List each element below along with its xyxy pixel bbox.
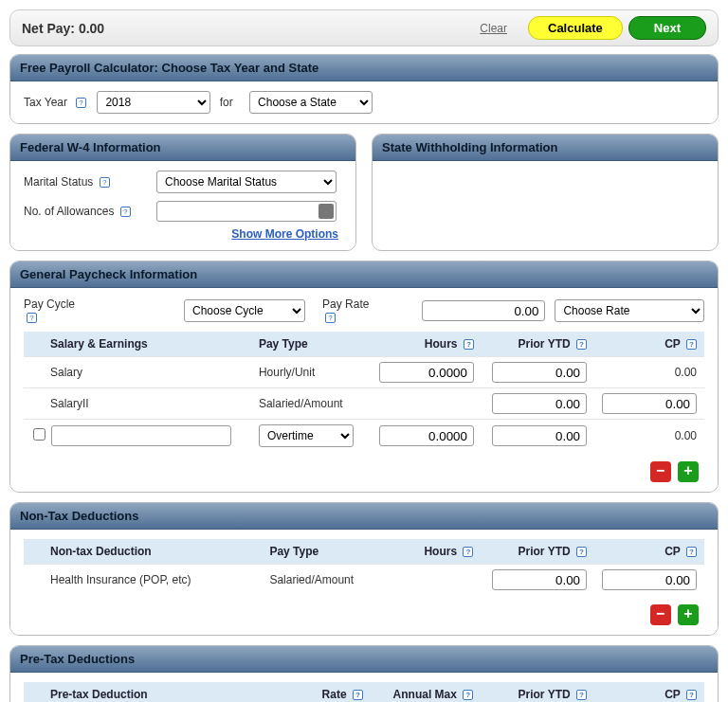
ytd-input[interactable]: [492, 393, 587, 414]
pay-rate-unit-select[interactable]: Choose Rate: [555, 299, 704, 322]
help-icon[interactable]: ?: [686, 690, 697, 700]
top-bar: Net Pay: 0.00 Clear Calculate Next: [9, 9, 719, 46]
col-ytd: Prior YTD ?: [482, 332, 594, 357]
tax-year-label: Tax Year: [24, 96, 67, 109]
next-button[interactable]: Next: [628, 16, 706, 40]
help-icon[interactable]: ?: [464, 339, 474, 350]
help-icon[interactable]: ?: [76, 98, 86, 108]
paycheck-panel: General Paycheck Information Pay Cycle ?…: [9, 261, 719, 493]
state-select[interactable]: Choose a State: [249, 91, 373, 114]
calculate-button[interactable]: Calculate: [528, 16, 623, 40]
nontax-header: Non-Tax Deductions: [10, 503, 718, 530]
pretax-panel: Pre-Tax Deductions Pre-tax Deduction Rat…: [9, 645, 719, 702]
help-icon[interactable]: ?: [463, 547, 473, 557]
ytd-input[interactable]: [492, 425, 587, 446]
tax-year-select[interactable]: 2018: [97, 91, 210, 114]
remove-row-button[interactable]: −: [650, 604, 671, 625]
custom-row-checkbox[interactable]: [33, 428, 46, 441]
help-icon[interactable]: ?: [463, 690, 473, 700]
help-icon[interactable]: ?: [27, 313, 37, 323]
col-hours: Hours ?: [372, 332, 482, 357]
table-row: Salary Hourly/Unit 0.00: [24, 357, 704, 388]
marital-status-select[interactable]: Choose Marital Status: [156, 171, 337, 193]
cp-input[interactable]: [602, 393, 697, 414]
allowances-label: No. of Allowances: [24, 205, 114, 218]
help-icon[interactable]: ?: [576, 547, 587, 557]
help-icon[interactable]: ?: [325, 313, 336, 323]
col-salary: Salary & Earnings: [24, 332, 251, 357]
state-withholding-header: State Withholding Information: [373, 135, 718, 161]
nontax-table: Non-tax Deduction Pay Type Hours ? Prior…: [24, 539, 704, 595]
col-paytype: Pay Type: [251, 332, 372, 357]
tax-year-header: Free Payroll Calculator: Choose Tax Year…: [10, 55, 718, 81]
custom-paytype-select[interactable]: Overtime: [259, 424, 354, 447]
help-icon[interactable]: ?: [576, 339, 587, 350]
nontax-panel: Non-Tax Deductions Non-tax Deduction Pay…: [9, 502, 719, 636]
help-icon[interactable]: ?: [353, 690, 363, 700]
for-label: for: [220, 96, 233, 109]
help-icon[interactable]: ?: [686, 339, 697, 350]
cp-input[interactable]: [602, 569, 697, 590]
remove-row-button[interactable]: −: [650, 461, 671, 482]
allowances-input[interactable]: [156, 201, 337, 222]
table-row: Overtime 0.00: [24, 420, 704, 453]
add-row-button[interactable]: +: [678, 461, 699, 482]
clear-link[interactable]: Clear: [480, 22, 507, 35]
w4-panel: Federal W-4 Information Marital Status ?…: [9, 134, 356, 251]
w4-header: Federal W-4 Information: [10, 135, 355, 161]
net-pay-label: Net Pay: 0.00: [22, 21, 480, 36]
col-cp: CP ?: [594, 332, 704, 357]
pay-cycle-select[interactable]: Choose Cycle: [184, 299, 305, 322]
tax-year-panel: Free Payroll Calculator: Choose Tax Year…: [9, 54, 719, 124]
calculator-icon[interactable]: [318, 204, 334, 219]
pay-rate-label: Pay Rate: [322, 297, 369, 311]
marital-status-label: Marital Status: [24, 175, 93, 189]
ytd-input[interactable]: [492, 362, 587, 383]
state-withholding-panel: State Withholding Information: [372, 134, 719, 251]
help-icon[interactable]: ?: [100, 177, 110, 188]
help-icon[interactable]: ?: [120, 207, 131, 217]
add-row-button[interactable]: +: [678, 604, 699, 625]
help-icon[interactable]: ?: [686, 547, 697, 557]
paycheck-header: General Paycheck Information: [10, 261, 718, 288]
help-icon[interactable]: ?: [576, 690, 587, 700]
table-row: SalaryII Salaried/Amount: [24, 388, 704, 420]
pay-rate-input[interactable]: [422, 300, 545, 321]
pay-cycle-label: Pay Cycle: [24, 297, 75, 311]
ytd-input[interactable]: [492, 569, 587, 590]
hours-input[interactable]: [379, 362, 474, 383]
hours-input[interactable]: [379, 425, 474, 446]
pretax-table: Pre-tax Deduction Rate ? Annual Max ? Pr…: [24, 682, 704, 702]
earnings-table: Salary & Earnings Pay Type Hours ? Prior…: [24, 332, 704, 452]
custom-name-input[interactable]: [51, 425, 231, 446]
pretax-header: Pre-Tax Deductions: [10, 646, 718, 673]
table-row: Health Insurance (POP, etc) Salaried/Amo…: [24, 565, 704, 596]
show-more-link[interactable]: Show More Options: [24, 227, 342, 241]
